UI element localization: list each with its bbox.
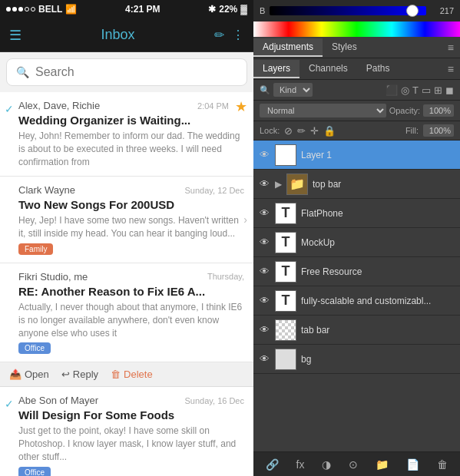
email-time-3: Thursday, [207,272,244,281]
signal-dot-5 [31,7,35,12]
email-item-2[interactable]: Clark Wayne Sunday, 12 Dec Two New Songs… [0,177,253,263]
layer-item-1[interactable]: 👁 Layer 1 [253,140,460,170]
delete-layer-icon[interactable]: 🗑 [437,458,448,471]
delete-button[interactable]: 🗑 Delete [111,369,153,380]
layer-item-7[interactable]: 👁 tab bar [253,316,460,345]
kind-dropdown-container: Kind [273,83,382,97]
hamburger-icon[interactable]: ☰ [9,27,22,44]
fill-label: Fill: [405,126,419,135]
adjustment-icon[interactable]: ⊙ [349,458,358,471]
email-item-3[interactable]: Fikri Studio, me Thursday, RE: Another R… [0,263,253,362]
filter-row: 🔍 Kind ⬛ ◎ T ▭ ⊞ ◼ [253,80,460,101]
lock-move-icon[interactable]: ✛ [310,125,319,137]
checkmark-icon-1: ✓ [5,103,14,115]
filter-search-icon: 🔍 [260,85,270,95]
new-group-icon[interactable]: 📁 [376,458,389,471]
email-header-1: Alex, Dave, Richie 2:04 PM [18,100,244,111]
eye-icon-3[interactable]: 👁 [258,207,270,219]
email-header-2: Clark Wayne Sunday, 12 Dec [18,184,244,196]
blend-mode-select[interactable]: Normal [260,104,386,117]
reply-icon: ↩ [61,369,70,380]
color-spectrum[interactable] [253,21,460,37]
layer-name-2: top bar [313,179,455,190]
opacity-input[interactable] [423,104,454,117]
text-icon-4: T [282,234,290,250]
new-fill-icon[interactable]: ◑ [322,458,331,471]
mobile-email-panel: BELL 📶 4:21 PM ✱ 22% ▓ ☰ Inbox ✏ ⋮ 🔍 ✓ A… [0,0,253,476]
new-layer-icon[interactable]: 📄 [406,458,419,471]
layer-name-8: bg [301,354,455,365]
expand-icon-2[interactable]: ▶ [275,179,282,190]
badge-family-2: Family [18,243,53,255]
reply-button[interactable]: ↩ Reply [61,369,98,380]
email-preview-3: Actually, I never though about that anym… [18,301,244,339]
eye-icon-2[interactable]: 👁 [258,178,270,190]
opacity-label: Opacity: [389,106,420,115]
layer-item-8[interactable]: 👁 bg [253,345,460,374]
tab-styles[interactable]: Styles [323,38,366,57]
filter-fx-icon[interactable]: ◼ [445,84,454,96]
layer-thumb-7 [275,319,296,341]
action-row-3: 📤 Open ↩ Reply 🗑 Delete [0,362,253,387]
checkmark-icon-4: ✓ [5,398,14,410]
filter-text-icon[interactable]: T [412,84,419,96]
fx-icon[interactable]: fx [296,458,305,471]
layer-item-4[interactable]: 👁 T MockUp [253,228,460,257]
app-title: Inbox [101,27,134,43]
battery-icon: ▓ [240,4,247,15]
tab-channels[interactable]: Channels [299,60,357,78]
open-button[interactable]: 📤 Open [9,369,49,380]
lock-paint-icon[interactable]: ✏ [297,125,306,137]
layer-thumb-6: T [275,290,296,312]
edit-icon[interactable]: ✏ [214,28,224,42]
filter-smart-icon[interactable]: ⊞ [434,84,442,96]
app-header: ☰ Inbox ✏ ⋮ [0,18,253,52]
color-slider-area: B 217 [253,0,460,21]
layer-item-3[interactable]: 👁 T FlatPhone [253,199,460,228]
email-subject-2: Two New Songs For 200USD [18,198,244,211]
filter-shape-icon[interactable]: ▭ [422,84,431,96]
delete-icon: 🗑 [111,369,121,380]
eye-icon-8[interactable]: 👁 [258,353,270,365]
layer-thumb-1 [275,144,296,166]
layer-item-5[interactable]: 👁 T Free Resource [253,257,460,286]
eye-icon-4[interactable]: 👁 [258,236,270,248]
lock-label: Lock: [260,126,280,135]
status-left: BELL 📶 [6,4,77,15]
layer-item-2[interactable]: 👁 ▶ 📁 top bar [253,170,460,199]
bluetooth-icon: ✱ [208,4,216,15]
open-label: Open [25,369,49,380]
text-icon-5: T [282,263,290,279]
email-item-4[interactable]: ✓ Abe Son of Mayer Sunday, 16 Dec Will D… [0,387,253,476]
layer-name-7: tab bar [301,325,455,336]
email-item-1[interactable]: ✓ Alex, Dave, Richie 2:04 PM Wedding Org… [0,92,253,177]
search-input[interactable] [35,65,237,79]
lock-all-icon[interactable]: 🔒 [323,125,336,137]
email-sender-2: Clark Wayne [18,184,75,196]
eye-icon-7[interactable]: 👁 [258,324,270,336]
filter-image-icon[interactable]: ⬛ [386,84,398,96]
tab-layers[interactable]: Layers [253,60,299,78]
eye-icon-5[interactable]: 👁 [258,266,270,277]
link-icon[interactable]: 🔗 [266,458,279,471]
lock-row: Lock: ⊘ ✏ ✛ 🔒 Fill: [253,121,460,140]
time-display: 4:21 PM [125,4,160,15]
blue-slider-track[interactable] [270,6,426,15]
layers-panel-menu-icon[interactable]: ≡ [442,60,460,78]
eye-icon-6[interactable]: 👁 [258,295,270,306]
eye-icon-1[interactable]: 👁 [258,149,270,160]
fill-input[interactable] [423,124,454,137]
tab-adjustments[interactable]: Adjustments [253,38,323,57]
tab-paths[interactable]: Paths [357,60,399,78]
layer-thumb-3: T [275,203,296,224]
filter-adjustment-icon[interactable]: ◎ [401,84,409,96]
search-icon: 🔍 [16,66,29,78]
slider-thumb[interactable] [406,5,419,17]
panel-menu-icon[interactable]: ≡ [442,38,460,57]
email-subject-4: Will Design For Some Foods [18,408,244,421]
lock-transparent-icon[interactable]: ⊘ [284,125,293,137]
more-icon[interactable]: ⋮ [232,28,244,42]
kind-select[interactable]: Kind [273,83,313,97]
filter-icons: ⬛ ◎ T ▭ ⊞ ◼ [386,84,454,96]
layer-item-6[interactable]: 👁 T fully-scalable and customizabl... [253,286,460,316]
